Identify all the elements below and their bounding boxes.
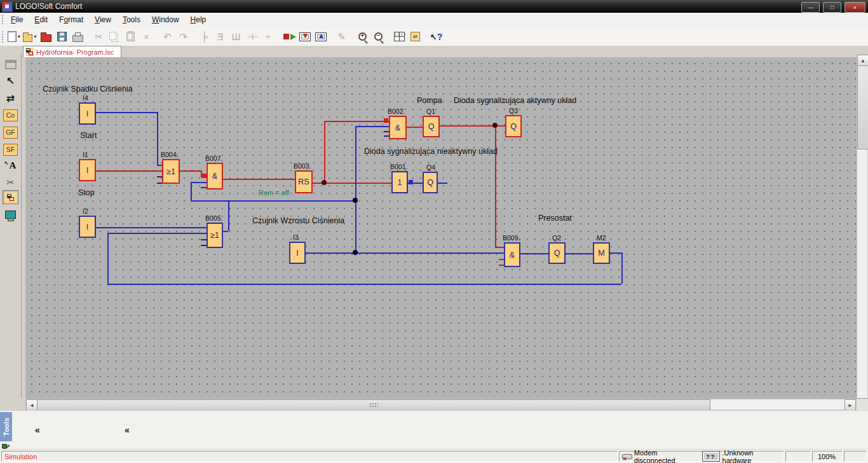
logosoft-comfort-window: { "window": {"title": "LOGO!Soft Comfort… — [0, 0, 868, 463]
align-left-button[interactable]: ╞ — [197, 29, 212, 44]
canvas-annotation[interactable]: Stop — [78, 188, 95, 197]
start-simulation-button[interactable] — [281, 29, 296, 44]
block-symbol: ≥1 — [166, 167, 175, 176]
block-Q1[interactable]: Q — [423, 116, 440, 137]
block-Q4[interactable]: Q — [423, 172, 438, 193]
align-right-button[interactable]: Ǝ — [213, 29, 227, 44]
fbd-view-button[interactable] — [3, 190, 18, 204]
convert-button[interactable]: ⇄ — [408, 29, 423, 44]
space-horizontally-button[interactable]: ⊣⊢ — [245, 29, 259, 44]
online-test-button[interactable]: ✎ — [334, 29, 349, 44]
upload-from-logo-button[interactable]: ▲ — [313, 29, 328, 44]
menu-window[interactable]: Window — [146, 13, 185, 27]
connector-tool[interactable]: ⇄ — [3, 90, 18, 106]
block-B001[interactable]: 1 — [391, 171, 408, 193]
save-button[interactable] — [55, 29, 69, 44]
toolbar-drag-grip[interactable] — [1, 31, 4, 43]
block-M2[interactable]: M — [593, 242, 610, 264]
wire-segment — [191, 182, 192, 200]
new-button[interactable]: ▼ — [7, 29, 22, 44]
block-B002[interactable]: & — [389, 116, 407, 139]
scroll-up-arrow[interactable]: ▲ — [857, 55, 868, 66]
interface-tool[interactable] — [3, 57, 18, 72]
canvas-annotation[interactable]: Pompa — [417, 96, 442, 105]
vertical-scrollbar[interactable]: ▲ ▼ — [857, 54, 868, 410]
block-Q3[interactable]: Q — [505, 115, 522, 137]
open-from-logo-button[interactable] — [39, 29, 53, 44]
download-to-logo-button[interactable]: ▼ — [297, 29, 312, 44]
wire-segment — [384, 135, 389, 137]
copy-button[interactable] — [107, 29, 122, 44]
toolbar-separator — [349, 29, 355, 44]
document-tab[interactable]: Hydrofornia- Program.lsc — [23, 46, 121, 57]
wire-segment — [223, 231, 228, 232]
canvas-annotation[interactable]: Czujnik Spadku Ciśnienia — [43, 85, 133, 93]
canvas-annotation[interactable]: Start — [80, 131, 97, 140]
delete-button[interactable]: × — [139, 29, 154, 44]
context-help-button[interactable]: ↖? — [429, 29, 444, 44]
align-left-icon: ╞ — [201, 31, 208, 42]
download-arrow-icon: ▼ — [299, 32, 311, 41]
menu-drag-grip[interactable] — [1, 15, 4, 25]
upload-arrow-icon: ▲ — [315, 32, 327, 41]
block-I1[interactable]: I — [79, 159, 96, 181]
split-window-button[interactable]: 1234 — [392, 29, 407, 44]
scroll-left-arrow[interactable]: ◄ — [26, 399, 37, 411]
basic-functions-button[interactable]: GF — [3, 125, 18, 140]
space-vertically-button[interactable]: ÷ — [261, 29, 275, 44]
print-button[interactable] — [71, 29, 85, 44]
menu-help[interactable]: Help — [185, 13, 212, 27]
block-I4[interactable]: I — [79, 102, 96, 125]
vertical-scroll-thumb[interactable] — [857, 66, 868, 149]
text-tool[interactable]: A — [3, 158, 18, 173]
align-top-button[interactable]: Ш — [229, 29, 243, 44]
wire-segment — [566, 253, 593, 254]
collapse-inputs-chevron[interactable]: « — [35, 425, 40, 435]
canvas-annotation[interactable]: Dioda sygnalizująca nieaktywny układ — [364, 147, 498, 156]
block-symbol: & — [212, 172, 217, 181]
delete-icon: × — [144, 31, 149, 42]
block-Q2[interactable]: Q — [548, 242, 566, 264]
block-I3[interactable]: I — [289, 242, 306, 264]
horizontal-scroll-thumb[interactable] — [37, 399, 710, 411]
minimize-button[interactable]: — — [801, 2, 820, 13]
connector-square — [202, 174, 207, 178]
menu-format[interactable]: Format — [53, 13, 89, 27]
collapse-outputs-chevron[interactable]: « — [125, 425, 130, 435]
menu-tools[interactable]: Tools — [117, 13, 146, 27]
block-B007[interactable]: & — [207, 163, 223, 190]
block-B005[interactable]: ≥1 — [207, 223, 223, 248]
up-arrow-icon: ▲ — [318, 31, 325, 40]
block-B009[interactable]: & — [504, 242, 520, 267]
paste-button[interactable] — [123, 29, 138, 44]
menu-file[interactable]: File — [5, 13, 29, 27]
selection-tool[interactable]: ↖ — [3, 73, 18, 88]
zoom-in-icon: + — [358, 32, 367, 41]
scroll-right-arrow[interactable]: ► — [844, 399, 856, 411]
horizontal-scrollbar[interactable]: ◄ ► — [25, 399, 857, 410]
block-B003[interactable]: RS — [295, 170, 313, 193]
open-button[interactable]: ▼ — [23, 29, 37, 44]
menu-edit[interactable]: Edit — [29, 13, 53, 27]
simulation-view-button[interactable] — [3, 207, 18, 222]
undo-button[interactable]: ↶ — [160, 29, 175, 44]
tools-side-tab[interactable]: Tools — [0, 412, 12, 441]
redo-button[interactable]: ↷ — [176, 29, 191, 44]
canvas-annotation[interactable]: Dioda sygnalizująca aktywny układ — [454, 96, 576, 105]
close-button[interactable]: × — [844, 2, 865, 13]
zoom-out-button[interactable]: − — [371, 29, 386, 44]
maximize-button[interactable]: □ — [823, 2, 841, 13]
cut-connection-tool[interactable]: ✂ — [3, 175, 18, 190]
block-I2[interactable]: I — [79, 216, 96, 238]
block-B004[interactable]: ≥1 — [162, 159, 180, 184]
dropdown-arrow-icon[interactable]: ▼ — [33, 34, 37, 39]
diagram-canvas[interactable]: II4II1II2II3≥1B004.&B007.≥1B005.RSB003.&… — [25, 57, 857, 399]
special-functions-button[interactable]: SF — [3, 142, 18, 157]
constants-connectors-button[interactable]: Co — [3, 107, 18, 123]
dropdown-arrow-icon[interactable]: ▼ — [17, 34, 22, 39]
menu-view[interactable]: View — [89, 13, 117, 27]
cut-button[interactable]: ✂ — [92, 29, 106, 44]
canvas-annotation[interactable]: Czujnik Wzrostu Ciśnienia — [252, 216, 344, 225]
zoom-in-button[interactable]: + — [355, 29, 370, 44]
canvas-annotation[interactable]: Presostat — [538, 214, 572, 223]
